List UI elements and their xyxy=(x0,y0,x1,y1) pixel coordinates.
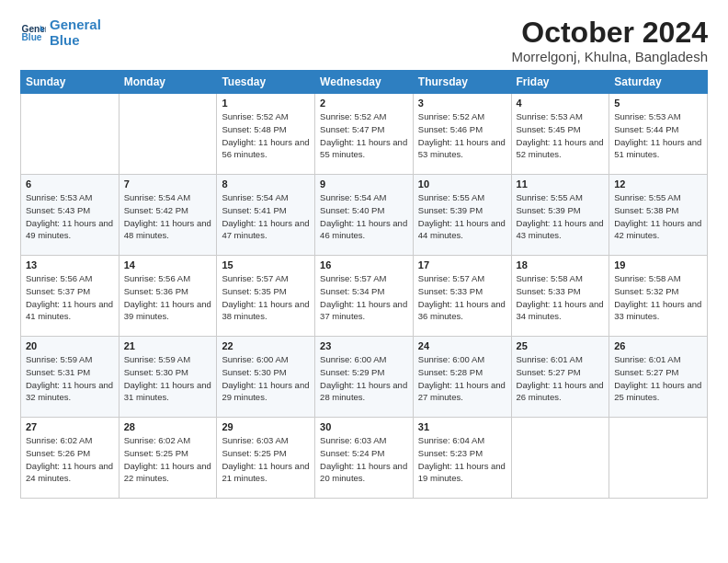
day-number: 22 xyxy=(222,340,310,351)
calendar-cell: 27Sunrise: 6:02 AM Sunset: 5:26 PM Dayli… xyxy=(21,418,119,499)
day-detail: Sunrise: 6:03 AM Sunset: 5:24 PM Dayligh… xyxy=(320,434,408,485)
day-detail: Sunrise: 5:55 AM Sunset: 5:38 PM Dayligh… xyxy=(614,191,702,242)
svg-text:Blue: Blue xyxy=(22,33,42,43)
week-row-3: 13Sunrise: 5:56 AM Sunset: 5:37 PM Dayli… xyxy=(21,256,708,337)
page: General Blue General Blue October 2024 M… xyxy=(0,0,728,563)
calendar-cell: 4Sunrise: 5:53 AM Sunset: 5:45 PM Daylig… xyxy=(511,94,609,175)
week-row-4: 20Sunrise: 5:59 AM Sunset: 5:31 PM Dayli… xyxy=(21,337,708,418)
day-detail: Sunrise: 5:59 AM Sunset: 5:30 PM Dayligh… xyxy=(124,353,212,404)
weekday-header-row: SundayMondayTuesdayWednesdayThursdayFrid… xyxy=(21,71,708,94)
day-detail: Sunrise: 6:02 AM Sunset: 5:26 PM Dayligh… xyxy=(26,434,114,485)
calendar-cell: 15Sunrise: 5:57 AM Sunset: 5:35 PM Dayli… xyxy=(217,256,315,337)
logo: General Blue General Blue xyxy=(20,17,101,49)
calendar-cell: 29Sunrise: 6:03 AM Sunset: 5:25 PM Dayli… xyxy=(217,418,315,499)
calendar-cell: 9Sunrise: 5:54 AM Sunset: 5:40 PM Daylig… xyxy=(315,175,414,256)
location-title: Morrelgonj, Khulna, Bangladesh xyxy=(512,49,708,64)
calendar-cell: 1Sunrise: 5:52 AM Sunset: 5:48 PM Daylig… xyxy=(217,94,315,175)
calendar-cell: 11Sunrise: 5:55 AM Sunset: 5:39 PM Dayli… xyxy=(511,175,609,256)
day-detail: Sunrise: 5:52 AM Sunset: 5:48 PM Dayligh… xyxy=(222,110,310,161)
day-number: 31 xyxy=(418,421,506,432)
weekday-header-wednesday: Wednesday xyxy=(315,71,414,94)
calendar-cell xyxy=(119,94,217,175)
weekday-header-sunday: Sunday xyxy=(21,71,119,94)
title-block: October 2024 Morrelgonj, Khulna, Banglad… xyxy=(512,17,708,64)
day-number: 5 xyxy=(614,98,702,109)
calendar-cell: 2Sunrise: 5:52 AM Sunset: 5:47 PM Daylig… xyxy=(315,94,414,175)
day-number: 23 xyxy=(320,340,408,351)
day-number: 28 xyxy=(124,421,212,432)
month-title: October 2024 xyxy=(512,17,708,49)
calendar-cell: 17Sunrise: 5:57 AM Sunset: 5:33 PM Dayli… xyxy=(413,256,511,337)
day-number: 19 xyxy=(614,259,702,270)
calendar-cell: 14Sunrise: 5:56 AM Sunset: 5:36 PM Dayli… xyxy=(119,256,217,337)
day-number: 13 xyxy=(26,259,114,270)
day-number: 20 xyxy=(26,340,114,351)
calendar-cell xyxy=(609,418,708,499)
calendar-cell: 18Sunrise: 5:58 AM Sunset: 5:33 PM Dayli… xyxy=(511,256,609,337)
day-number: 26 xyxy=(614,340,702,351)
day-number: 21 xyxy=(124,340,212,351)
calendar-cell: 22Sunrise: 6:00 AM Sunset: 5:30 PM Dayli… xyxy=(217,337,315,418)
day-detail: Sunrise: 5:52 AM Sunset: 5:47 PM Dayligh… xyxy=(320,110,408,161)
logo-text-blue: Blue xyxy=(50,32,101,48)
week-row-1: 1Sunrise: 5:52 AM Sunset: 5:48 PM Daylig… xyxy=(21,94,708,175)
day-detail: Sunrise: 6:01 AM Sunset: 5:27 PM Dayligh… xyxy=(517,353,605,404)
day-detail: Sunrise: 5:56 AM Sunset: 5:36 PM Dayligh… xyxy=(124,272,212,323)
weekday-header-saturday: Saturday xyxy=(609,71,708,94)
calendar-cell: 31Sunrise: 6:04 AM Sunset: 5:23 PM Dayli… xyxy=(413,418,511,499)
day-number: 3 xyxy=(418,98,506,109)
day-detail: Sunrise: 5:54 AM Sunset: 5:42 PM Dayligh… xyxy=(124,191,212,242)
calendar-cell: 7Sunrise: 5:54 AM Sunset: 5:42 PM Daylig… xyxy=(119,175,217,256)
day-detail: Sunrise: 5:53 AM Sunset: 5:44 PM Dayligh… xyxy=(614,110,702,161)
calendar-cell: 25Sunrise: 6:01 AM Sunset: 5:27 PM Dayli… xyxy=(511,337,609,418)
day-number: 8 xyxy=(222,178,310,190)
calendar-cell: 10Sunrise: 5:55 AM Sunset: 5:39 PM Dayli… xyxy=(413,175,511,256)
day-detail: Sunrise: 5:57 AM Sunset: 5:35 PM Dayligh… xyxy=(222,272,310,323)
day-detail: Sunrise: 5:56 AM Sunset: 5:37 PM Dayligh… xyxy=(26,272,114,323)
calendar-cell: 16Sunrise: 5:57 AM Sunset: 5:34 PM Dayli… xyxy=(315,256,414,337)
day-detail: Sunrise: 6:00 AM Sunset: 5:29 PM Dayligh… xyxy=(320,353,408,404)
calendar-cell: 5Sunrise: 5:53 AM Sunset: 5:44 PM Daylig… xyxy=(609,94,708,175)
day-number: 11 xyxy=(517,178,605,190)
calendar-table: SundayMondayTuesdayWednesdayThursdayFrid… xyxy=(20,70,708,499)
day-number: 18 xyxy=(517,259,605,270)
day-detail: Sunrise: 5:53 AM Sunset: 5:43 PM Dayligh… xyxy=(26,191,114,242)
day-number: 9 xyxy=(320,178,408,190)
calendar-cell xyxy=(21,94,119,175)
calendar-cell: 8Sunrise: 5:54 AM Sunset: 5:41 PM Daylig… xyxy=(217,175,315,256)
day-detail: Sunrise: 5:54 AM Sunset: 5:40 PM Dayligh… xyxy=(320,191,408,242)
calendar-cell: 24Sunrise: 6:00 AM Sunset: 5:28 PM Dayli… xyxy=(413,337,511,418)
day-detail: Sunrise: 5:59 AM Sunset: 5:31 PM Dayligh… xyxy=(26,353,114,404)
day-detail: Sunrise: 6:02 AM Sunset: 5:25 PM Dayligh… xyxy=(124,434,212,485)
day-detail: Sunrise: 5:52 AM Sunset: 5:46 PM Dayligh… xyxy=(418,110,506,161)
day-detail: Sunrise: 6:04 AM Sunset: 5:23 PM Dayligh… xyxy=(418,434,506,485)
calendar-cell: 3Sunrise: 5:52 AM Sunset: 5:46 PM Daylig… xyxy=(413,94,511,175)
day-detail: Sunrise: 5:54 AM Sunset: 5:41 PM Dayligh… xyxy=(222,191,310,242)
day-number: 16 xyxy=(320,259,408,270)
calendar-cell: 13Sunrise: 5:56 AM Sunset: 5:37 PM Dayli… xyxy=(21,256,119,337)
calendar-cell: 21Sunrise: 5:59 AM Sunset: 5:30 PM Dayli… xyxy=(119,337,217,418)
day-number: 4 xyxy=(517,98,605,109)
calendar-cell: 30Sunrise: 6:03 AM Sunset: 5:24 PM Dayli… xyxy=(315,418,414,499)
day-detail: Sunrise: 5:58 AM Sunset: 5:33 PM Dayligh… xyxy=(517,272,605,323)
day-number: 30 xyxy=(320,421,408,432)
day-detail: Sunrise: 6:03 AM Sunset: 5:25 PM Dayligh… xyxy=(222,434,310,485)
day-number: 7 xyxy=(124,178,212,190)
day-number: 12 xyxy=(614,178,702,190)
header: General Blue General Blue October 2024 M… xyxy=(20,17,708,64)
calendar-cell: 28Sunrise: 6:02 AM Sunset: 5:25 PM Dayli… xyxy=(119,418,217,499)
weekday-header-tuesday: Tuesday xyxy=(217,71,315,94)
logo-icon: General Blue xyxy=(20,19,46,45)
day-number: 24 xyxy=(418,340,506,351)
logo-line1: General xyxy=(50,17,101,32)
weekday-header-thursday: Thursday xyxy=(413,71,511,94)
day-detail: Sunrise: 6:00 AM Sunset: 5:30 PM Dayligh… xyxy=(222,353,310,404)
week-row-2: 6Sunrise: 5:53 AM Sunset: 5:43 PM Daylig… xyxy=(21,175,708,256)
calendar-cell: 12Sunrise: 5:55 AM Sunset: 5:38 PM Dayli… xyxy=(609,175,708,256)
calendar-cell: 20Sunrise: 5:59 AM Sunset: 5:31 PM Dayli… xyxy=(21,337,119,418)
day-number: 2 xyxy=(320,98,408,109)
day-detail: Sunrise: 5:53 AM Sunset: 5:45 PM Dayligh… xyxy=(517,110,605,161)
day-detail: Sunrise: 5:58 AM Sunset: 5:32 PM Dayligh… xyxy=(614,272,702,323)
calendar-cell: 23Sunrise: 6:00 AM Sunset: 5:29 PM Dayli… xyxy=(315,337,414,418)
calendar-cell xyxy=(511,418,609,499)
